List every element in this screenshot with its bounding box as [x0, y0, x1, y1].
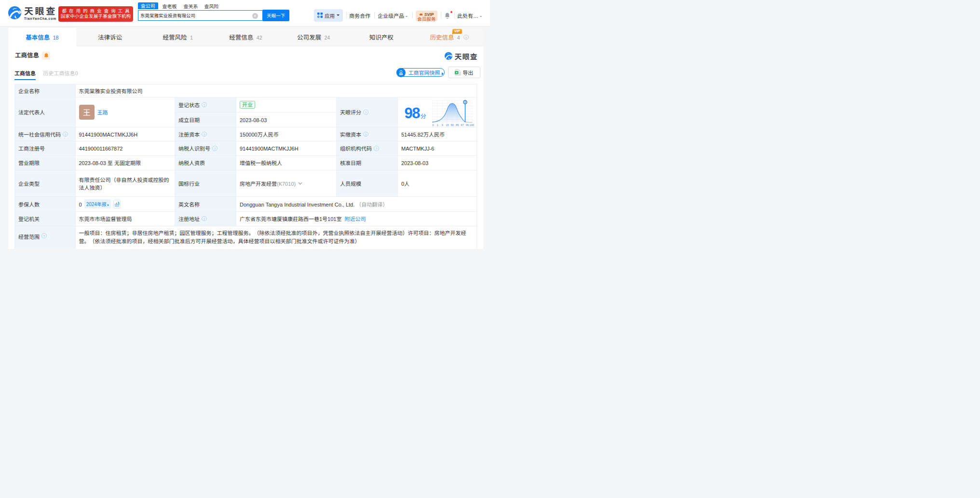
- svg-text:99: 99: [465, 123, 468, 127]
- svg-text:85: 85: [456, 123, 459, 127]
- svg-text:50: 50: [450, 123, 453, 127]
- svg-text:97: 97: [461, 123, 463, 127]
- svg-text:0: 0: [432, 123, 434, 127]
- svg-text:100: 100: [469, 123, 474, 127]
- svg-text:3: 3: [441, 123, 443, 127]
- svg-text:1: 1: [436, 123, 438, 127]
- svg-text:15: 15: [446, 123, 449, 127]
